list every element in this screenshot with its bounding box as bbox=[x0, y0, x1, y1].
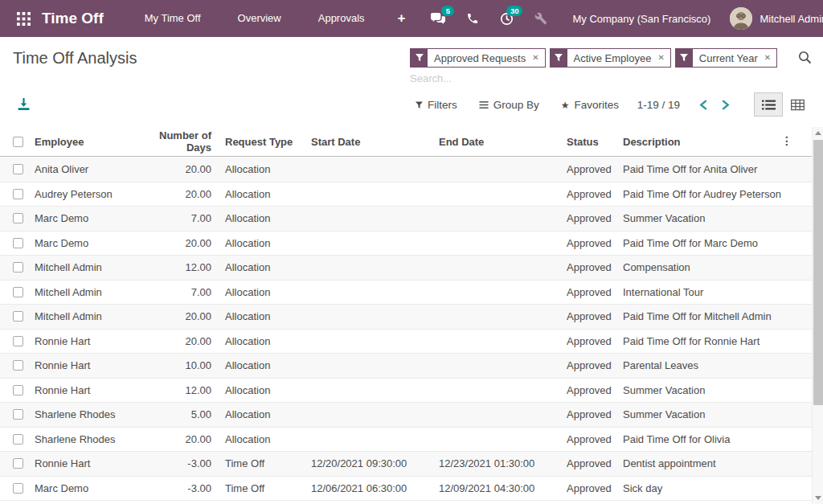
description-cell: Paid Time Off for Anita Oliver bbox=[617, 163, 812, 175]
description-cell: Dentist appointment bbox=[617, 457, 812, 469]
employee-cell: Sharlene Rhodes bbox=[32, 408, 137, 420]
facet-remove-icon[interactable]: ✕ bbox=[657, 54, 669, 62]
employee-cell: Ronnie Hart bbox=[32, 335, 137, 347]
column-header-request-type[interactable]: Request Type bbox=[213, 136, 305, 148]
facet-remove-icon[interactable]: ✕ bbox=[532, 54, 544, 62]
row-checkbox[interactable] bbox=[13, 311, 23, 322]
column-header-employee[interactable]: Employee bbox=[32, 136, 137, 148]
status-cell: Approved bbox=[563, 188, 617, 200]
pager-previous-icon[interactable] bbox=[693, 95, 714, 115]
request-type-cell: Allocation bbox=[213, 310, 305, 322]
list-body: Anita Oliver 20.00 Allocation Approved P… bbox=[0, 158, 812, 501]
menu-my-time-off[interactable]: My Time Off bbox=[126, 0, 219, 37]
company-switcher[interactable]: My Company (San Francisco) bbox=[558, 13, 727, 25]
messages-badge: 5 bbox=[441, 6, 454, 17]
status-cell: Approved bbox=[563, 457, 617, 469]
request-type-cell: Time Off bbox=[213, 482, 305, 494]
table-row[interactable]: Audrey Peterson 20.00 Allocation Approve… bbox=[0, 182, 812, 207]
table-row[interactable]: Sharlene Rhodes 20.00 Allocation Approve… bbox=[0, 428, 812, 453]
avatar bbox=[730, 7, 752, 30]
column-header-status[interactable]: Status bbox=[563, 136, 617, 148]
table-row[interactable]: Ronnie Hart 10.00 Allocation Approved Pa… bbox=[0, 354, 812, 379]
table-row[interactable]: Marc Demo 7.00 Allocation Approved Summe… bbox=[0, 207, 812, 232]
description-cell: Compensation bbox=[617, 261, 812, 273]
filters-button[interactable]: Filters bbox=[416, 99, 457, 111]
employee-cell: Mitchell Admin bbox=[32, 261, 137, 273]
row-checkbox[interactable] bbox=[13, 238, 23, 248]
messages-icon[interactable]: 5 bbox=[420, 12, 456, 26]
debug-wrench-icon[interactable] bbox=[524, 12, 558, 25]
search-view: Approved Requests ✕ Active Employee ✕ Cu… bbox=[410, 48, 789, 84]
menu-approvals[interactable]: Approvals bbox=[300, 0, 383, 37]
menu-overview[interactable]: Overview bbox=[219, 0, 300, 37]
optional-columns-icon[interactable]: ⋮ bbox=[781, 134, 792, 148]
row-checkbox[interactable] bbox=[13, 385, 23, 395]
employee-cell: Anita Oliver bbox=[32, 163, 137, 175]
activities-icon[interactable]: 30 bbox=[489, 12, 524, 26]
scrollbar-thumb[interactable] bbox=[813, 140, 823, 405]
column-header-number-of-days[interactable]: Number of Days bbox=[137, 129, 213, 154]
row-checkbox[interactable] bbox=[13, 213, 23, 223]
table-row[interactable]: Mitchell Admin 20.00 Allocation Approved… bbox=[0, 305, 812, 330]
table-row[interactable]: Mitchell Admin 12.00 Allocation Approved… bbox=[0, 256, 812, 281]
row-checkbox[interactable] bbox=[13, 164, 23, 174]
table-row[interactable]: Mitchell Admin 7.00 Allocation Approved … bbox=[0, 281, 812, 305]
table-row[interactable]: Ronnie Hart 12.00 Allocation Approved Su… bbox=[0, 379, 812, 404]
column-header-start-date[interactable]: Start Date bbox=[305, 136, 434, 148]
row-checkbox[interactable] bbox=[13, 360, 23, 371]
select-all-checkbox[interactable] bbox=[13, 137, 23, 147]
row-checkbox[interactable] bbox=[13, 287, 23, 297]
table-row[interactable]: Ronnie Hart -3.00 Time Off 12/20/2021 09… bbox=[0, 452, 812, 477]
user-menu[interactable]: Mitchell Admin bbox=[727, 7, 823, 30]
phone-icon[interactable] bbox=[456, 12, 489, 25]
request-type-cell: Allocation bbox=[213, 163, 305, 175]
pivot-view-button[interactable] bbox=[783, 92, 812, 117]
plus-icon[interactable]: + bbox=[383, 0, 420, 37]
table-row[interactable]: Marc Demo 20.00 Allocation Approved Paid… bbox=[0, 232, 812, 256]
status-cell: Approved bbox=[563, 310, 617, 322]
row-checkbox[interactable] bbox=[13, 458, 23, 469]
favorites-button[interactable]: ★ Favorites bbox=[561, 99, 619, 111]
request-type-cell: Allocation bbox=[213, 237, 305, 249]
description-cell: International Tour bbox=[617, 286, 812, 298]
row-checkbox[interactable] bbox=[13, 483, 23, 494]
description-cell: Sick day bbox=[617, 482, 812, 494]
request-type-cell: Allocation bbox=[213, 335, 305, 347]
apps-menu-icon[interactable] bbox=[11, 6, 35, 31]
list-view-button[interactable] bbox=[754, 92, 783, 117]
start-date-cell: 12/06/2021 06:30:00 bbox=[305, 482, 434, 494]
status-cell: Approved bbox=[563, 335, 617, 347]
description-cell: Paid Time Off for Olivia bbox=[617, 433, 812, 445]
table-row[interactable]: Sharlene Rhodes 5.00 Allocation Approved… bbox=[0, 403, 812, 428]
filter-funnel-icon bbox=[551, 49, 567, 67]
row-checkbox[interactable] bbox=[13, 434, 23, 445]
number-of-days-cell: 20.00 bbox=[137, 310, 213, 322]
number-of-days-cell: -3.00 bbox=[137, 457, 213, 469]
scroll-down-icon[interactable] bbox=[813, 492, 823, 504]
export-icon[interactable] bbox=[17, 97, 31, 113]
status-cell: Approved bbox=[563, 408, 617, 420]
group-by-button[interactable]: Group By bbox=[479, 99, 539, 111]
row-checkbox[interactable] bbox=[13, 262, 23, 272]
row-checkbox[interactable] bbox=[13, 409, 23, 420]
table-row[interactable]: Marc Demo -3.00 Time Off 12/06/2021 06:3… bbox=[0, 477, 812, 502]
row-checkbox[interactable] bbox=[13, 336, 23, 346]
page-title: Time Off Analysis bbox=[13, 49, 137, 68]
star-icon: ★ bbox=[561, 100, 570, 111]
number-of-days-cell: 7.00 bbox=[137, 212, 213, 224]
search-input[interactable] bbox=[410, 72, 635, 84]
row-checkbox[interactable] bbox=[13, 189, 23, 199]
status-cell: Approved bbox=[563, 286, 617, 298]
table-row[interactable]: Ronnie Hart 20.00 Allocation Approved Pa… bbox=[0, 330, 812, 354]
app-brand[interactable]: Time Off bbox=[42, 10, 104, 27]
request-type-cell: Allocation bbox=[213, 433, 305, 445]
scroll-up-icon[interactable] bbox=[813, 127, 823, 139]
column-header-end-date[interactable]: End Date bbox=[434, 136, 563, 148]
filter-funnel-icon bbox=[676, 49, 693, 67]
pager-next-icon[interactable] bbox=[714, 95, 736, 115]
status-cell: Approved bbox=[563, 482, 617, 494]
table-row[interactable]: Anita Oliver 20.00 Allocation Approved P… bbox=[0, 158, 812, 182]
facet-remove-icon[interactable]: ✕ bbox=[764, 54, 776, 62]
search-icon[interactable] bbox=[798, 51, 812, 67]
request-type-cell: Allocation bbox=[213, 408, 305, 420]
